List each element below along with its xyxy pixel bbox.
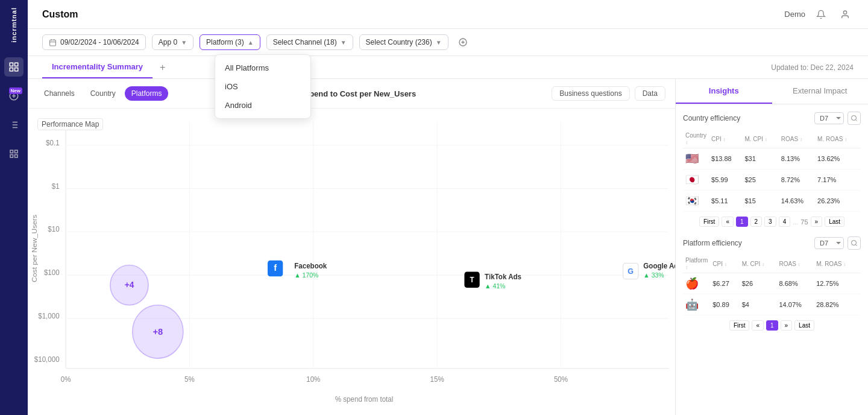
sidebar-item-list[interactable] (4, 115, 24, 135)
platform-all-option[interactable]: All Platforms (215, 59, 310, 77)
us-roas: 8.13% (779, 148, 815, 169)
country-row-kr: 🇰🇷 $5.11 $15 14.63% 26.23% (683, 191, 861, 212)
tab-add-button[interactable]: + (153, 57, 172, 78)
sidebar-item-new[interactable]: New (4, 86, 24, 106)
header-right: Demo (784, 6, 854, 23)
platform-filter-label: Platform (3) (206, 38, 244, 46)
platform-page-first[interactable]: First (729, 320, 749, 331)
platform-page-1[interactable]: 1 (766, 320, 778, 331)
channel-filter-arrow: ▼ (341, 39, 347, 46)
country-efficiency-controls: D7 D14 D30 (814, 112, 861, 125)
country-page-1[interactable]: 1 (736, 217, 748, 227)
tab-incrementality-summary[interactable]: Incrementality Summary (42, 56, 153, 78)
col-plat-mroas: M. ROAS ↕ (814, 255, 861, 273)
flag-kr: 🇰🇷 (685, 195, 699, 207)
country-row-us: 🇺🇸 $13.88 $31 8.13% 13.62% (683, 148, 861, 169)
platform-filter-icon-sm[interactable] (848, 236, 861, 250)
country-page-next[interactable]: » (811, 217, 823, 227)
country-page-first[interactable]: First (699, 217, 719, 227)
tab-insights[interactable]: Insights (676, 79, 772, 104)
country-efficiency-title: Country efficiency (683, 114, 740, 122)
sub-tab-country[interactable]: Country (84, 86, 122, 101)
sidebar: incrmtnal New (0, 0, 28, 415)
country-page-last[interactable]: Last (825, 217, 844, 227)
svg-text:+4: +4 (125, 280, 134, 290)
country-ellipsis: ... (793, 218, 798, 226)
country-last-num: 75 (800, 218, 808, 226)
platform-row-android: 🤖 $0.89 $4 14.07% 28.82% (683, 294, 861, 315)
kr-mroas: 26.23% (815, 191, 861, 212)
country-page-4[interactable]: 4 (779, 217, 791, 227)
chart-header: Channels Country Platforms Spend to Cost… (28, 79, 675, 109)
col-mcpi: M. CPI ↕ (742, 130, 778, 148)
app-filter[interactable]: App 0 ▼ (152, 34, 193, 50)
platform-android-option[interactable]: Android (215, 96, 310, 115)
svg-text:Cost per New_Users: Cost per New_Users (30, 215, 39, 282)
jp-cpi: $5.99 (709, 169, 742, 191)
svg-text:Google AdWords: Google AdWords (643, 262, 675, 270)
col-mroas: M. ROAS ↕ (815, 130, 861, 148)
svg-text:▲ 41%: ▲ 41% (485, 282, 506, 290)
business-questions-btn[interactable]: Business questions (552, 86, 629, 101)
jp-roas: 8.72% (779, 169, 815, 191)
platform-efficiency-section: Platform efficiency D7 D14 D30 (683, 236, 861, 331)
bubble-plus8[interactable]: +8 (133, 305, 183, 358)
insights-content: Country efficiency D7 D14 D30 (676, 104, 868, 415)
android-roas: 14.07% (776, 294, 814, 315)
col-cpi: CPI ↕ (709, 130, 742, 148)
right-panel: Insights External Impact Country efficie… (675, 79, 868, 415)
platform-page-next[interactable]: » (781, 320, 793, 331)
kr-mcpi: $15 (742, 191, 778, 212)
android-mcpi: $4 (740, 294, 777, 315)
country-filter-icon[interactable] (848, 112, 861, 125)
country-page-3[interactable]: 3 (764, 217, 776, 227)
tab-external-impact[interactable]: External Impact (772, 79, 869, 104)
platform-ios-option[interactable]: iOS (215, 77, 310, 96)
top-header: Custom Demo (28, 0, 868, 29)
flag-us: 🇺🇸 (685, 153, 699, 165)
jp-mroas: 7.17% (815, 169, 861, 191)
svg-text:$10: $10 (48, 225, 60, 233)
country-efficiency-section: Country efficiency D7 D14 D30 (683, 112, 861, 227)
platform-page-prev[interactable]: « (752, 320, 764, 331)
add-filter-icon[interactable] (454, 34, 471, 51)
svg-rect-1 (15, 63, 18, 66)
bubble-plus4[interactable]: +4 (110, 265, 148, 305)
google-adwords-node-top[interactable]: G Google AdWords ▲ 33% (623, 262, 675, 279)
platform-row-apple: 🍎 $6.27 $26 8.68% 12.75% (683, 273, 861, 294)
svg-rect-5 (50, 40, 56, 46)
notification-icon[interactable] (813, 6, 829, 23)
col-country-flag: Country ↕ (683, 130, 709, 148)
country-filter-arrow: ▼ (436, 39, 442, 46)
data-btn[interactable]: Data (635, 86, 665, 101)
date-range-label: 09/02/2024 - 10/06/2024 (60, 38, 139, 46)
user-icon[interactable] (837, 6, 854, 23)
facebook-node[interactable]: f Facebook ▲ 170% (268, 261, 327, 279)
sub-tab-channels[interactable]: Channels (37, 86, 81, 101)
date-range-filter[interactable]: 09/02/2024 - 10/06/2024 (42, 34, 146, 50)
sub-tab-platforms[interactable]: Platforms (125, 86, 169, 101)
col-platform: Platform ↕ (683, 255, 710, 273)
country-period-select[interactable]: D7 D14 D30 (814, 112, 844, 124)
platform-page-last[interactable]: Last (794, 320, 814, 331)
platform-filter[interactable]: Platform (3) ▲ (200, 34, 260, 50)
svg-text:G: G (627, 267, 634, 276)
tiktok-node[interactable]: T TikTok Ads ▲ 41% (464, 272, 521, 290)
platform-period-select[interactable]: D7 D14 D30 (814, 237, 844, 249)
country-filter[interactable]: Select Country (236) ▼ (359, 34, 448, 50)
performance-map-label: Performance Map (37, 118, 103, 130)
android-mroas: 28.82% (814, 294, 861, 315)
svg-text:50%: 50% (554, 375, 568, 384)
svg-text:0%: 0% (61, 375, 71, 384)
sidebar-item-analytics[interactable] (4, 57, 24, 77)
app-filter-arrow: ▼ (181, 39, 187, 46)
svg-text:$1: $1 (52, 182, 60, 190)
country-page-2[interactable]: 2 (750, 217, 763, 227)
sidebar-item-grid[interactable] (4, 144, 24, 163)
apple-roas: 8.68% (776, 273, 814, 294)
country-page-prev[interactable]: « (722, 217, 734, 227)
filter-bar: 09/02/2024 - 10/06/2024 App 0 ▼ Platform… (28, 29, 868, 56)
us-mcpi: $31 (742, 148, 778, 169)
channel-filter[interactable]: Select Channel (18) ▼ (266, 34, 353, 50)
col-roas: ROAS ↕ (779, 130, 815, 148)
